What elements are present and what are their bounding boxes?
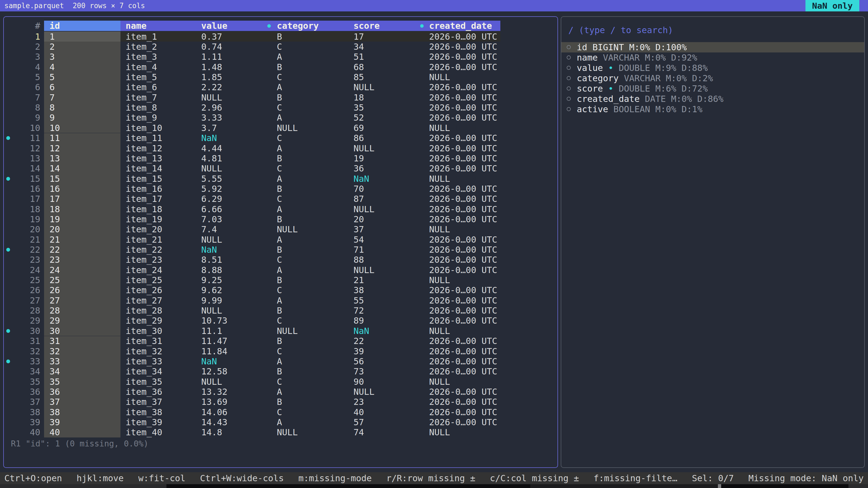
- row-number[interactable]: 10: [12, 123, 40, 133]
- cell-created-date[interactable]: 2026-0…00 UTC: [429, 407, 497, 417]
- cell-created-date[interactable]: 2026-0…00 UTC: [429, 285, 497, 295]
- cell-category[interactable]: A: [277, 174, 282, 184]
- cell-value[interactable]: 8.51: [201, 255, 222, 265]
- cell-score[interactable]: 55: [353, 295, 364, 305]
- row-number[interactable]: 32: [12, 346, 40, 356]
- cell-created-date[interactable]: NULL: [429, 377, 450, 387]
- cell-category[interactable]: NULL: [277, 326, 298, 336]
- row-number[interactable]: 22: [12, 245, 40, 255]
- row-number[interactable]: 3: [12, 52, 40, 62]
- cell-id[interactable]: 34: [50, 366, 60, 377]
- cell-created-date[interactable]: NULL: [429, 72, 450, 82]
- cell-score[interactable]: 68: [353, 62, 364, 72]
- cell-score[interactable]: 56: [353, 356, 364, 366]
- cell-value[interactable]: 14.43: [201, 417, 227, 427]
- cell-value[interactable]: 3.33: [201, 113, 222, 123]
- cell-name[interactable]: item_8: [126, 102, 157, 112]
- cell-id[interactable]: 12: [50, 143, 60, 153]
- cell-name[interactable]: item_1: [126, 32, 157, 41]
- cell-score[interactable]: 22: [353, 336, 364, 346]
- cell-created-date[interactable]: 2026-0…00 UTC: [429, 234, 497, 245]
- cell-id[interactable]: 33: [50, 356, 60, 366]
- table-row[interactable]: 3838item_3814.06C402026-0…00 UTC: [4, 407, 557, 417]
- table-row[interactable]: 1313item_134.81B192026-0…00 UTC: [4, 153, 557, 163]
- cell-category[interactable]: C: [277, 194, 282, 204]
- row-number[interactable]: 23: [12, 255, 40, 265]
- column-select-circle-icon[interactable]: [567, 66, 571, 70]
- cell-category[interactable]: C: [277, 133, 282, 143]
- cell-category[interactable]: C: [277, 285, 282, 295]
- cell-created-date[interactable]: 2026-0…00 UTC: [429, 316, 497, 326]
- cell-name[interactable]: item_16: [126, 184, 162, 194]
- cell-score[interactable]: 87: [353, 194, 364, 204]
- cell-created-date[interactable]: 2026-0…00 UTC: [429, 32, 497, 41]
- cell-id[interactable]: 17: [50, 194, 60, 204]
- table-row[interactable]: 77item_7NULLB182026-0…00 UTC: [4, 92, 557, 102]
- cell-score[interactable]: 70: [353, 184, 364, 194]
- cell-id[interactable]: 26: [50, 285, 60, 295]
- cell-score[interactable]: 71: [353, 245, 364, 255]
- column-list-item-id[interactable]: id BIGINT M:0% D:100%: [561, 42, 864, 53]
- cell-score[interactable]: NULL: [353, 82, 374, 92]
- cell-name[interactable]: item_37: [126, 397, 162, 407]
- table-row[interactable]: 1111item_11NaNC862026-0…00 UTC: [4, 133, 557, 143]
- cell-category[interactable]: A: [277, 356, 282, 366]
- cell-category[interactable]: B: [277, 397, 282, 407]
- cell-created-date[interactable]: 2026-0…00 UTC: [429, 133, 497, 143]
- column-select-circle-icon[interactable]: [567, 76, 571, 80]
- cell-created-date[interactable]: 2026-0…00 UTC: [429, 143, 497, 153]
- table-row[interactable]: 2222item_22NaNB712026-0…00 UTC: [4, 245, 557, 255]
- cell-id[interactable]: 2: [50, 41, 55, 52]
- table-row[interactable]: 2626item_269.62C382026-0…00 UTC: [4, 285, 557, 295]
- cell-id[interactable]: 18: [50, 204, 60, 214]
- cell-created-date[interactable]: 2026-0…00 UTC: [429, 265, 497, 275]
- cell-id[interactable]: 3: [50, 52, 55, 62]
- cell-category[interactable]: B: [277, 62, 282, 72]
- cell-name[interactable]: item_11: [126, 133, 162, 143]
- row-number[interactable]: 29: [12, 316, 40, 326]
- cell-name[interactable]: item_38: [126, 407, 162, 417]
- row-number[interactable]: 6: [12, 82, 40, 92]
- cell-name[interactable]: item_12: [126, 143, 162, 153]
- row-number[interactable]: 30: [12, 326, 40, 336]
- cell-score[interactable]: 72: [353, 305, 364, 316]
- cell-id[interactable]: 23: [50, 255, 60, 265]
- table-row[interactable]: 66item_62.22ANULL2026-0…00 UTC: [4, 82, 557, 92]
- row-number[interactable]: 8: [12, 102, 40, 112]
- cell-value[interactable]: 7.4: [201, 224, 217, 234]
- cell-name[interactable]: item_40: [126, 427, 162, 437]
- cell-category[interactable]: A: [277, 265, 282, 275]
- cell-value[interactable]: NULL: [201, 377, 222, 387]
- cell-created-date[interactable]: 2026-0…00 UTC: [429, 295, 497, 305]
- cell-category[interactable]: B: [277, 305, 282, 316]
- cell-name[interactable]: item_6: [126, 82, 157, 92]
- row-number[interactable]: 24: [12, 265, 40, 275]
- cell-category[interactable]: B: [277, 153, 282, 163]
- cell-score[interactable]: 40: [353, 407, 364, 417]
- row-number[interactable]: 13: [12, 153, 40, 163]
- cell-score[interactable]: 23: [353, 397, 364, 407]
- row-number[interactable]: 35: [12, 377, 40, 387]
- cell-category[interactable]: A: [277, 113, 282, 123]
- table-row[interactable]: 3939item_3914.43A572026-0…00 UTC: [4, 417, 557, 427]
- cell-value[interactable]: NULL: [201, 164, 222, 174]
- cell-score[interactable]: NaN: [353, 174, 369, 184]
- column-list-item-category[interactable]: category VARCHAR M:0% D:2%: [561, 73, 864, 84]
- table-row[interactable]: 2525item_259.25B21NULL: [4, 275, 557, 285]
- row-number[interactable]: 14: [12, 164, 40, 174]
- cell-category[interactable]: B: [277, 184, 282, 194]
- table-row[interactable]: 2929item_2910.73C892026-0…00 UTC: [4, 316, 557, 326]
- cell-created-date[interactable]: 2026-0…00 UTC: [429, 153, 497, 163]
- cell-name[interactable]: item_13: [126, 153, 162, 163]
- cell-category[interactable]: B: [277, 32, 282, 41]
- cell-value[interactable]: 4.44: [201, 143, 222, 153]
- cell-value[interactable]: 14.8: [201, 427, 222, 437]
- table-row[interactable]: 2323item_238.51C882026-0…00 UTC: [4, 255, 557, 265]
- cell-id[interactable]: 25: [50, 275, 60, 285]
- cell-name[interactable]: item_32: [126, 346, 162, 356]
- cell-created-date[interactable]: 2026-0…00 UTC: [429, 41, 497, 52]
- cell-value[interactable]: 9.25: [201, 275, 222, 285]
- cell-id[interactable]: 6: [50, 82, 55, 92]
- table-row[interactable]: 3434item_3412.58B732026-0…00 UTC: [4, 366, 557, 377]
- cell-category[interactable]: C: [277, 41, 282, 52]
